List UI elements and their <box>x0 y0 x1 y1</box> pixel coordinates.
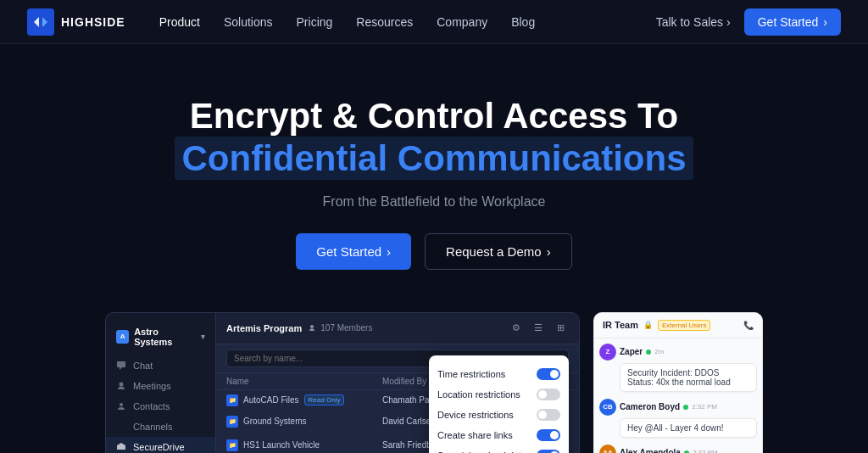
hero-buttons: Get Started › Request a Demo › <box>17 233 851 270</box>
chat-messages: Z Zaper 2m Security Incident: DDOSStatus… <box>594 338 762 453</box>
location-restrictions-toggle[interactable] <box>537 389 560 400</box>
logo[interactable]: HIGHSIDE <box>27 8 125 36</box>
external-users-badge: External Users <box>658 320 710 331</box>
nav-actions: Talk to Sales › Get Started › <box>656 8 841 36</box>
hero-headline: Encrypt & Control Access To Confidential… <box>17 95 851 181</box>
grid-action-icon[interactable]: ⊞ <box>552 320 569 337</box>
list-action-icon[interactable]: ☰ <box>530 320 547 337</box>
nav-solutions[interactable]: Solutions <box>224 15 273 29</box>
sync-download-toggle[interactable] <box>537 450 560 453</box>
svg-point-2 <box>120 403 123 406</box>
folder-icon: 📁 <box>226 394 238 406</box>
online-indicator <box>683 405 688 410</box>
svg-point-1 <box>120 382 124 386</box>
chat-message: AA Alex Amendola 2:32 PM Layer 4 attack … <box>599 445 757 453</box>
hero-get-started-button[interactable]: Get Started › <box>296 233 411 270</box>
readonly-badge: Read Only <box>304 394 345 405</box>
create-share-links-toggle[interactable] <box>537 429 560 441</box>
hero-demo-button[interactable]: Request a Demo › <box>425 233 572 270</box>
sidebar-item-channels[interactable]: Channels <box>106 417 215 437</box>
meetings-icon <box>116 381 126 391</box>
message-bubble: Hey @All - Layer 4 down! <box>620 418 757 438</box>
securedrive-icon <box>116 442 126 452</box>
org-icon: A <box>116 330 129 344</box>
get-started-nav-button[interactable]: Get Started › <box>744 8 841 36</box>
nav-links: Product Solutions Pricing Resources Comp… <box>159 15 656 29</box>
folder-icon: 📁 <box>226 439 238 451</box>
contacts-icon <box>116 401 126 411</box>
dropdown-item-share: Create share links <box>437 425 560 445</box>
nav-blog[interactable]: Blog <box>511 15 535 29</box>
device-restrictions-toggle[interactable] <box>537 409 560 421</box>
restrictions-dropdown: Time restrictions Location restrictions … <box>429 355 569 453</box>
app-sidebar: A Astro Systems ▾ Chat Meetings Contacts… <box>106 313 216 453</box>
hero-section: Encrypt & Control Access To Confidential… <box>0 44 868 304</box>
svg-point-6 <box>310 325 314 328</box>
logo-icon <box>27 8 54 36</box>
file-area-header: Artemis Program 107 Members ⚙ ☰ ⊞ <box>216 313 579 344</box>
settings-action-icon[interactable]: ⚙ <box>508 320 525 337</box>
channels-icon <box>116 422 126 432</box>
time-restrictions-toggle[interactable] <box>537 368 560 380</box>
main-file-area: Artemis Program 107 Members ⚙ ☰ ⊞ Name M… <box>216 313 579 453</box>
svg-rect-0 <box>27 8 54 36</box>
chat-room-title: IR Team <box>603 320 638 330</box>
program-title: Artemis Program <box>226 323 302 333</box>
member-count: 107 Members <box>309 323 372 333</box>
avatar: Z <box>599 344 616 361</box>
chat-screenshot: IR Team 🔒 External Users 📞 Z Zaper 2m Se… <box>593 312 763 453</box>
nav-product[interactable]: Product <box>159 15 200 29</box>
avatar: CB <box>599 399 616 416</box>
message-bubble: Security Incident: DDOSStatus: 40x the n… <box>620 363 757 392</box>
chat-message: Z Zaper 2m Security Incident: DDOSStatus… <box>599 344 757 392</box>
chat-header: IR Team 🔒 External Users 📞 <box>594 313 762 338</box>
chat-message: CB Cameron Boyd 2:32 PM Hey @All - Layer… <box>599 399 757 438</box>
nav-company[interactable]: Company <box>437 15 487 29</box>
chat-icon <box>116 361 126 371</box>
svg-rect-3 <box>120 447 123 450</box>
sidebar-item-chat[interactable]: Chat <box>106 355 215 376</box>
org-selector[interactable]: A Astro Systems ▾ <box>106 322 215 355</box>
logo-text: HIGHSIDE <box>61 15 125 29</box>
nav-resources[interactable]: Resources <box>356 15 413 29</box>
members-icon <box>309 324 317 333</box>
talk-to-sales-button[interactable]: Talk to Sales › <box>656 15 731 29</box>
sidebar-item-securedrive[interactable]: SecureDrive <box>106 437 215 453</box>
dropdown-item-sync: Sync / download data <box>437 445 560 453</box>
sidebar-item-contacts[interactable]: Contacts <box>106 396 215 417</box>
nav-pricing[interactable]: Pricing <box>297 15 333 29</box>
app-screenshot: A Astro Systems ▾ Chat Meetings Contacts… <box>105 312 580 453</box>
sidebar-item-meetings[interactable]: Meetings <box>106 376 215 396</box>
file-actions: ⚙ ☰ ⊞ <box>508 320 569 337</box>
hero-subtitle: From the Battlefield to the Workplace <box>17 194 851 210</box>
product-screenshots: A Astro Systems ▾ Chat Meetings Contacts… <box>0 312 868 453</box>
folder-icon: 📁 <box>226 416 238 428</box>
navigation: HIGHSIDE Product Solutions Pricing Resou… <box>0 0 868 44</box>
online-indicator <box>646 350 651 355</box>
dropdown-item-location: Location restrictions <box>437 384 560 405</box>
avatar: AA <box>599 445 616 453</box>
dropdown-item-time: Time restrictions <box>437 364 560 384</box>
dropdown-item-device: Device restrictions <box>437 405 560 425</box>
lock-indicator: 🔒 <box>643 321 653 329</box>
phone-icon[interactable]: 📞 <box>743 321 754 330</box>
